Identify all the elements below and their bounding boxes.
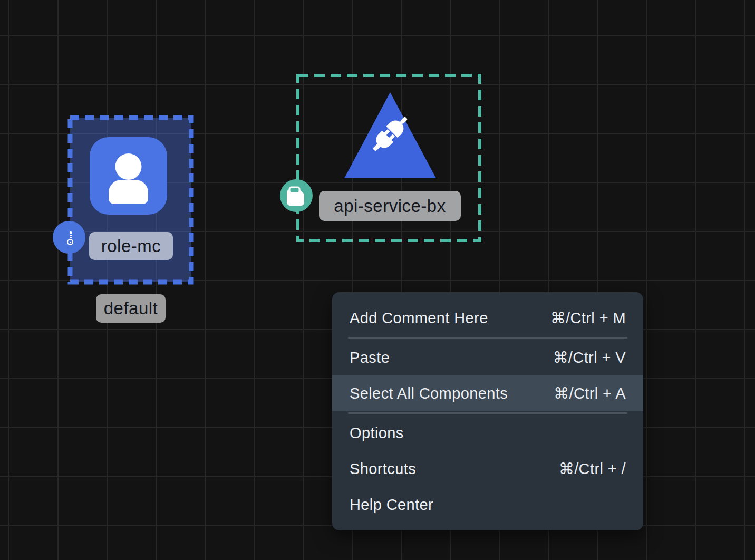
menu-item-label: Options — [350, 424, 404, 442]
menu-item-shortcuts[interactable]: Shortcuts ⌘/Ctrl + / — [332, 451, 643, 487]
menu-item-label: Help Center — [350, 496, 433, 514]
menu-item-shortcut: ⌘/Ctrl + M — [550, 309, 626, 327]
role-node-group-label: default — [96, 294, 166, 323]
menu-item-options[interactable]: Options — [332, 415, 643, 451]
api-node-badge[interactable] — [280, 179, 313, 212]
menu-item-label: Select All Components — [350, 385, 508, 402]
menu-divider — [348, 337, 627, 339]
marquee-selection-icon — [66, 233, 72, 242]
menu-item-label: Paste — [350, 349, 390, 366]
context-menu: Add Comment Here ⌘/Ctrl + M Paste ⌘/Ctrl… — [332, 292, 643, 530]
menu-item-label: Add Comment Here — [350, 310, 488, 327]
role-node[interactable] — [90, 137, 167, 215]
menu-item-add-comment[interactable]: Add Comment Here ⌘/Ctrl + M — [332, 300, 643, 336]
menu-item-shortcut: ⌘/Ctrl + V — [553, 349, 626, 366]
menu-divider — [348, 412, 627, 414]
diagram-canvas[interactable]: role-mc default api-service-bx Add Comme… — [0, 0, 755, 560]
menu-item-label: Shortcuts — [350, 460, 416, 478]
api-node[interactable] — [343, 91, 438, 180]
menu-item-shortcut: ⌘/Ctrl + / — [559, 460, 626, 478]
menu-item-help-center[interactable]: Help Center — [332, 487, 643, 523]
role-node-name-label[interactable]: role-mc — [89, 232, 173, 260]
menu-item-select-all-components[interactable]: Select All Components ⌘/Ctrl + A — [332, 375, 643, 411]
menu-item-paste[interactable]: Paste ⌘/Ctrl + V — [332, 340, 643, 375]
user-icon — [90, 137, 167, 215]
menu-item-shortcut: ⌘/Ctrl + A — [554, 384, 626, 402]
api-node-name-label[interactable]: api-service-bx — [319, 191, 461, 221]
role-node-badge[interactable] — [53, 221, 85, 254]
save-icon — [286, 185, 307, 206]
